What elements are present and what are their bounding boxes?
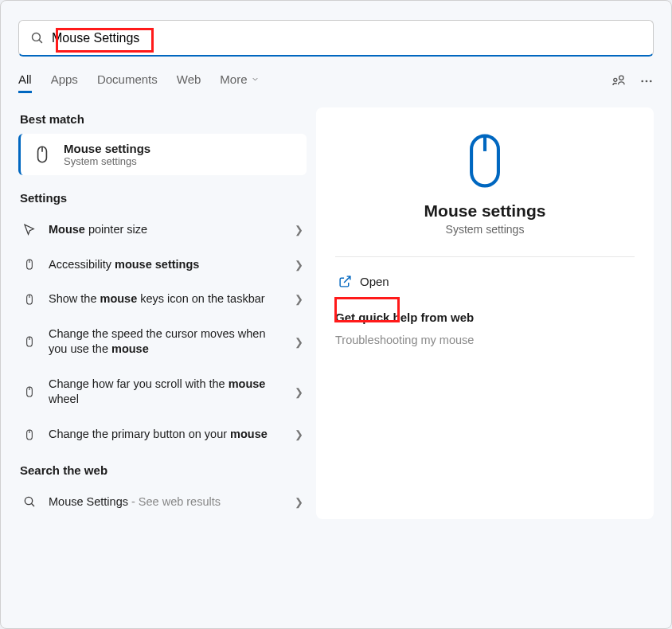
preview-mouse-icon [335,131,635,190]
help-heading: Get quick help from web [335,311,635,324]
search-icon [30,31,44,45]
search-icon [21,495,37,508]
svg-point-3 [614,78,617,81]
chevron-right-icon: ❯ [295,336,303,348]
tab-documents[interactable]: Documents [97,72,158,93]
preview-title: Mouse settings [335,201,635,221]
tab-web[interactable]: Web [177,72,201,93]
settings-heading: Settings [18,186,307,213]
tab-more-label: More [220,72,247,86]
help-link-troubleshoot[interactable]: Troubleshooting my mouse [335,334,474,346]
setting-label: Change how far you scroll with the mouse… [49,377,283,408]
mouse-icon [21,385,37,398]
mouse-icon [21,258,37,271]
setting-label: Change the speed the cursor moves when y… [49,326,283,357]
open-action[interactable]: Open [335,270,393,293]
toolbar-right [611,73,654,92]
svg-line-1 [39,40,42,43]
setting-label: Mouse pointer size [49,222,283,238]
best-match-title: Mouse settings [64,142,150,155]
setting-accessibility-mouse[interactable]: Accessibility mouse settings ❯ [18,248,307,283]
best-match-subtitle: System settings [64,155,150,167]
more-options-icon[interactable] [639,74,654,92]
best-match-heading: Best match [18,107,307,134]
chevron-right-icon: ❯ [295,224,303,236]
setting-primary-button[interactable]: Change the primary button on your mouse … [18,417,307,452]
tab-apps[interactable]: Apps [51,72,78,93]
results-left: Best match Mouse settings System setting… [18,107,307,519]
mouse-icon [21,428,37,441]
chevron-right-icon: ❯ [295,259,303,271]
chevron-right-icon: ❯ [295,428,303,440]
tabs-row: All Apps Documents Web More [18,72,654,93]
svg-point-19 [25,498,32,505]
svg-point-0 [32,33,40,41]
best-match-result[interactable]: Mouse settings System settings [18,134,307,175]
svg-point-2 [619,76,623,80]
mouse-icon [21,335,37,348]
search-bar[interactable] [18,20,654,57]
preview-subtitle: System settings [335,223,635,236]
svg-point-4 [641,80,643,83]
chevron-right-icon: ❯ [295,386,303,398]
svg-point-5 [646,80,648,83]
svg-line-20 [31,504,34,507]
divider [335,256,635,257]
web-result-label: Mouse Settings - See web results [49,494,283,510]
search-web-heading: Search the web [18,459,307,485]
setting-label: Change the primary button on your mouse [49,427,283,443]
chevron-down-icon [251,75,260,84]
setting-label: Show the mouse keys icon on the taskbar [49,291,283,307]
account-icon[interactable] [611,73,627,92]
mouse-icon [21,293,37,306]
tab-more[interactable]: More [220,72,259,93]
setting-scroll-wheel[interactable]: Change how far you scroll with the mouse… [18,367,307,417]
svg-point-6 [650,80,652,83]
chevron-right-icon: ❯ [295,293,303,305]
preview-panel: Mouse settings System settings Open Get … [316,107,654,519]
mouse-icon [32,144,53,165]
open-external-icon [338,275,352,288]
setting-mouse-keys-taskbar[interactable]: Show the mouse keys icon on the taskbar … [18,282,307,317]
web-result[interactable]: Mouse Settings - See web results ❯ [18,485,307,520]
open-label: Open [360,275,389,288]
setting-mouse-pointer-size[interactable]: Mouse pointer size ❯ [18,213,307,248]
chevron-right-icon: ❯ [295,496,303,508]
search-input[interactable] [52,31,642,45]
setting-cursor-speed[interactable]: Change the speed the cursor moves when y… [18,317,307,367]
setting-label: Accessibility mouse settings [49,257,283,273]
search-window: All Apps Documents Web More Best match [0,0,672,629]
filter-tabs: All Apps Documents Web More [18,72,260,93]
tab-all[interactable]: All [18,72,32,93]
pointer-icon [21,223,37,237]
best-match-text: Mouse settings System settings [64,142,150,167]
